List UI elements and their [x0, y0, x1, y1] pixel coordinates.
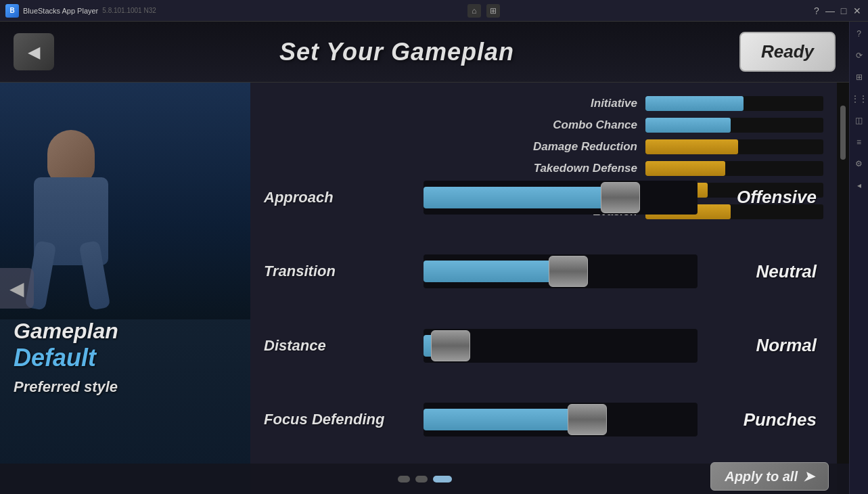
stat-bar-fill: [645, 96, 744, 111]
side-icon-4[interactable]: ◫: [852, 114, 866, 127]
slider-handle[interactable]: [568, 404, 607, 435]
slider-label: Approach: [264, 189, 413, 206]
content-area: Gameplan Default Preferred style ◀ Initi…: [0, 83, 849, 494]
slider-row: TransitionNeutral: [264, 250, 817, 294]
slider-track-wrapper[interactable]: [424, 181, 698, 215]
slider-value-label: Punches: [708, 409, 817, 430]
scrollbar[interactable]: [837, 83, 849, 494]
slider-row: Focus DefendingPunches: [264, 398, 817, 442]
pagination-dot[interactable]: [398, 476, 410, 482]
slider-fill: [424, 261, 569, 282]
close-button[interactable]: ✕: [852, 5, 863, 16]
back-button[interactable]: ◀: [14, 33, 54, 70]
stat-label: Initiative: [505, 97, 637, 110]
ready-button[interactable]: Ready: [739, 32, 836, 72]
stat-bar-container: [645, 96, 823, 111]
stat-label: Damage Reduction: [505, 140, 637, 154]
minimize-button[interactable]: —: [825, 5, 836, 16]
slider-value-label: Normal: [708, 335, 817, 356]
side-panel-right: ?⟳⊞⋮⋮◫≡⚙◂: [849, 22, 868, 494]
side-icon-7[interactable]: ◂: [852, 179, 866, 192]
slider-track-wrapper[interactable]: [424, 403, 698, 436]
slider-fill: [424, 187, 621, 208]
slider-label: Focus Defending: [264, 411, 413, 428]
page-title: Set Your Gameplan: [279, 38, 514, 66]
character-arm-right: [79, 240, 111, 311]
slider-handle[interactable]: [601, 182, 640, 213]
gameplan-text: Gameplan Default: [14, 319, 118, 372]
side-icon-3[interactable]: ⋮⋮: [852, 92, 866, 106]
left-nav-arrow[interactable]: ◀: [0, 268, 34, 309]
grid-button[interactable]: ⊞: [486, 4, 500, 18]
app-logo: B: [5, 4, 19, 18]
stat-row: Initiative: [505, 96, 823, 111]
title-bar-nav: ⌂ ⊞: [467, 4, 500, 18]
bottom-bar: Apply to all➤: [0, 464, 849, 494]
character-head: [47, 130, 95, 184]
stat-bar-container: [645, 118, 823, 133]
slider-row: DistanceNormal: [264, 323, 817, 367]
apply-all-label: Apply to all: [725, 469, 798, 485]
stat-bar-fill: [645, 118, 731, 133]
slider-value-label: Offensive: [708, 187, 817, 208]
side-icon-0[interactable]: ?: [852, 27, 866, 41]
restore-button[interactable]: □: [838, 5, 849, 16]
slider-handle[interactable]: [549, 256, 588, 287]
title-bar-left: B BlueStacks App Player 5.8.101.1001 N32: [5, 4, 156, 18]
main-wrapper: ◀ Set Your Gameplan Ready: [0, 22, 868, 494]
header-bar: ◀ Set Your Gameplan Ready: [0, 22, 849, 83]
help-button[interactable]: ?: [811, 5, 822, 16]
side-icon-2[interactable]: ⊞: [852, 70, 866, 84]
stat-label: Combo Chance: [505, 118, 637, 132]
pagination-dots: [398, 476, 452, 482]
sliders-panel: ApproachOffensiveTransitionNeutralDistan…: [250, 154, 830, 464]
preferred-style-label: Preferred style: [14, 378, 118, 396]
side-icon-6[interactable]: ⚙: [852, 157, 866, 171]
app-version: 5.8.101.1001 N32: [102, 7, 156, 14]
slider-label: Transition: [264, 263, 413, 280]
character-body: [20, 116, 122, 319]
slider-value-label: Neutral: [708, 261, 817, 282]
gameplan-label: Gameplan: [14, 319, 118, 344]
side-icon-1[interactable]: ⟳: [852, 49, 866, 62]
stat-bar-container: [645, 139, 823, 154]
title-bar-controls: ? — □ ✕: [811, 5, 863, 16]
app-name: BlueStacks App Player: [23, 7, 98, 15]
stat-bar-fill: [645, 139, 738, 154]
home-button[interactable]: ⌂: [467, 4, 481, 18]
character-torso: [34, 177, 108, 265]
apply-all-button[interactable]: Apply to all➤: [710, 462, 829, 491]
apply-all-arrow-icon: ➤: [803, 468, 815, 485]
slider-track-wrapper[interactable]: [424, 329, 698, 363]
stat-row: Damage Reduction: [505, 139, 823, 154]
slider-row: ApproachOffensive: [264, 175, 817, 219]
game-content: ◀ Set Your Gameplan Ready: [0, 22, 849, 494]
scrollbar-thumb[interactable]: [840, 106, 846, 160]
pagination-dot[interactable]: [433, 476, 452, 482]
pagination-dot[interactable]: [415, 476, 428, 482]
side-icon-5[interactable]: ≡: [852, 135, 866, 149]
slider-label: Distance: [264, 337, 413, 355]
stat-row: Combo Chance: [505, 118, 823, 133]
slider-track-wrapper[interactable]: [424, 254, 698, 288]
title-bar: B BlueStacks App Player 5.8.101.1001 N32…: [0, 0, 868, 22]
slider-fill: [424, 409, 588, 430]
left-panel: Gameplan Default Preferred style ◀: [0, 83, 250, 494]
gameplan-value: Default: [14, 344, 118, 372]
slider-handle[interactable]: [431, 330, 470, 361]
character-render: [0, 83, 250, 319]
